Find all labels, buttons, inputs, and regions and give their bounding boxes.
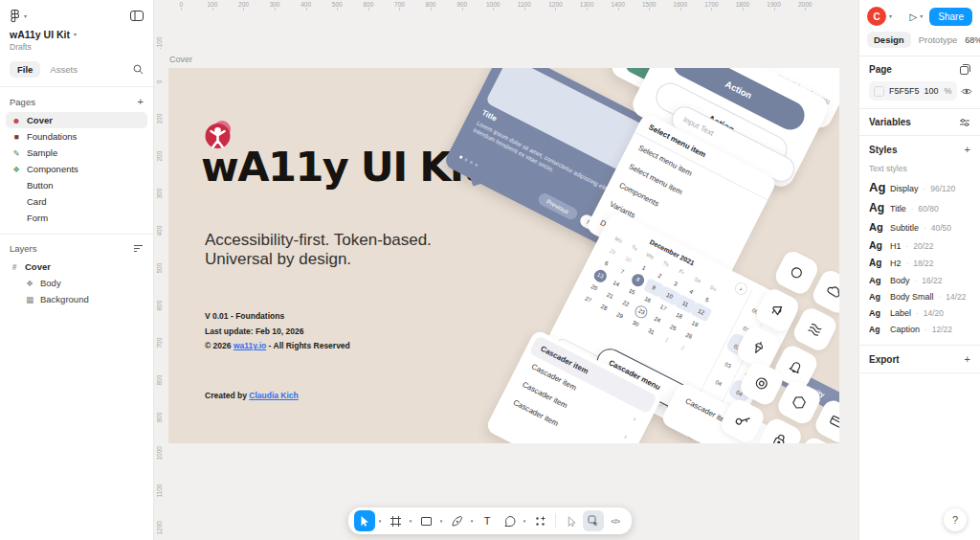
zoom-level-control[interactable]: 68%▾ <box>965 35 980 45</box>
dev-mode-toggle[interactable] <box>583 510 604 531</box>
move-tool[interactable] <box>354 510 375 531</box>
tab-prototype[interactable]: Prototype <box>919 34 958 45</box>
cover-meta[interactable]: V 0.01 - Foundations Last update: Feb 10… <box>205 309 350 354</box>
sidebar-page-item[interactable]: Card <box>6 193 147 210</box>
text-style-item[interactable]: Ag H1 · 20/22 <box>869 236 970 254</box>
file-name[interactable]: wA11y UI Kit <box>10 29 70 40</box>
chevron-down-icon[interactable]: ▾ <box>24 13 27 19</box>
page-styles-icon[interactable] <box>960 64 970 75</box>
chevron-down-icon[interactable]: ▾ <box>468 518 476 524</box>
variables-sliders-icon[interactable] <box>959 118 970 127</box>
styles-header: Styles <box>869 145 897 155</box>
chevron-down-icon[interactable]: ▾ <box>407 518 414 524</box>
cover-title[interactable]: wA11y UI Kit <box>201 143 480 191</box>
chevron-down-icon[interactable]: ▾ <box>437 518 445 524</box>
opacity-value[interactable]: 100 <box>924 86 939 96</box>
ruler-tick-label: 1300 <box>571 0 603 10</box>
shape-tool[interactable] <box>415 510 436 531</box>
add-export-button[interactable]: + <box>965 353 970 365</box>
cover-tagline[interactable]: Accessibility-first. Token-based. Univer… <box>205 231 432 269</box>
pen-tool[interactable] <box>446 510 467 531</box>
ruler-horizontal[interactable]: 0100200300400500600700800900100011001200… <box>166 0 820 10</box>
share-button[interactable]: Share <box>929 8 972 26</box>
tab-file[interactable]: File <box>10 61 40 78</box>
pages-header: Pages <box>10 97 35 107</box>
text-style-item[interactable]: Ag Title · 60/80 <box>869 197 970 217</box>
chevron-down-icon[interactable]: ▾ <box>521 518 528 524</box>
cover-frame[interactable]: wA11y UI Kit Accessibility-first. Token-… <box>168 68 839 443</box>
text-style-item[interactable]: Ag Caption · 12/22 <box>869 321 970 337</box>
color-hex-value[interactable]: F5F5F5 <box>889 86 920 96</box>
ruler-tick-label: 600 <box>353 0 385 10</box>
layer-item[interactable]: # Cover <box>0 259 153 275</box>
actions-tool[interactable] <box>529 510 550 531</box>
search-icon[interactable] <box>133 64 144 75</box>
text-style-item[interactable]: Ag H2 · 18/22 <box>869 254 970 271</box>
comment-tool[interactable] <box>499 510 520 531</box>
chevron-down-icon[interactable]: ▾ <box>376 518 384 524</box>
style-name: H2 <box>890 259 902 268</box>
text-style-item[interactable]: Ag Body · 16/22 <box>869 271 970 288</box>
chevron-down-icon[interactable]: ▾ <box>920 13 923 19</box>
sidebar-page-item[interactable]: Button <box>6 177 147 193</box>
style-name: Body <box>890 276 910 285</box>
layer-item[interactable]: ▦ Background <box>0 291 153 307</box>
right-panel: C ▾ ▷ ▾ Share Design Prototype 68%▾ Page… <box>858 0 980 540</box>
sidebar-page-item[interactable]: Form <box>6 210 147 226</box>
style-spec: 12/22 <box>932 325 952 334</box>
style-name: H1 <box>890 241 902 251</box>
sidebar-page-item[interactable]: ■ Foundations <box>6 128 147 145</box>
sidebar-page-item[interactable]: ❖ Components <box>6 161 147 177</box>
layer-label: Body <box>40 278 61 288</box>
chevron-down-icon[interactable]: ▾ <box>889 13 892 19</box>
ruler-tick-label: 900 <box>154 414 178 423</box>
sidebar-page-item[interactable]: ☻ Cover <box>6 112 147 128</box>
frame-tool[interactable] <box>385 510 406 531</box>
layer-item[interactable]: ❖ Body <box>0 275 153 291</box>
color-swatch[interactable] <box>874 86 884 97</box>
text-style-item[interactable]: Ag Display · 96/120 <box>869 176 970 197</box>
add-page-button[interactable]: + <box>138 96 144 107</box>
waves-icon[interactable] <box>791 304 839 353</box>
copyright-prefix: © 2026 <box>205 341 234 350</box>
figma-menu-icon[interactable] <box>10 9 20 23</box>
style-sample: Ag <box>869 180 885 194</box>
ruler-tick-label: 800 <box>415 0 447 10</box>
present-play-icon[interactable]: ▷ <box>910 11 918 22</box>
previous-button[interactable]: Previous <box>537 191 579 221</box>
version-line: V 0.01 - Foundations <box>205 309 350 325</box>
wa11y-link[interactable]: wa11y.io <box>234 341 266 350</box>
panel-toggle-icon[interactable] <box>130 11 144 21</box>
chevron-down-icon[interactable]: ▾ <box>74 32 77 37</box>
left-sidebar: ▾ wA11y UI Kit ▾ Drafts File Assets Page… <box>0 0 154 540</box>
ruler-tick-label: 1200 <box>154 526 178 535</box>
style-spec: 40/50 <box>931 223 951 233</box>
help-button[interactable]: ? <box>944 508 967 531</box>
text-tool[interactable]: T <box>477 510 498 531</box>
text-style-item[interactable]: Ag Body Small · 14/22 <box>869 288 970 304</box>
layers-options-icon[interactable] <box>133 244 144 253</box>
created-by-line: Created by Claudia Kich <box>205 391 299 400</box>
sidebar-page-item[interactable]: ✎ Sample <box>6 145 147 161</box>
ai-cursor-icon[interactable] <box>561 510 582 531</box>
avatar[interactable]: C <box>867 7 886 26</box>
page-color-control[interactable]: F5F5F5 100 % <box>869 81 957 101</box>
style-separator: · <box>911 205 914 214</box>
text-style-item[interactable]: Ag Subtitle · 40/50 <box>869 217 970 236</box>
ruler-vertical[interactable]: -100010020030040050060070080090010001100… <box>154 26 164 540</box>
ruler-tick-label: 0 <box>166 0 197 10</box>
style-separator: · <box>924 224 926 233</box>
style-separator: · <box>906 242 909 251</box>
calendar-next-icon[interactable]: › <box>733 281 749 297</box>
text-style-item[interactable]: Ag Label · 14/20 <box>869 304 970 321</box>
ruler-tick-label: 400 <box>154 227 178 236</box>
tab-assets[interactable]: Assets <box>50 64 78 75</box>
author-link[interactable]: Claudia Kich <box>249 391 298 400</box>
tab-design[interactable]: Design <box>867 32 911 48</box>
add-style-button[interactable]: + <box>965 144 970 155</box>
design-canvas[interactable]: 0100200300400500600700800900100011001200… <box>154 0 858 540</box>
eye-icon[interactable] <box>961 87 972 96</box>
chevron-right-icon: › <box>623 433 628 439</box>
code-icon[interactable]: </> <box>605 510 626 531</box>
frame-title[interactable]: Cover <box>169 55 192 64</box>
